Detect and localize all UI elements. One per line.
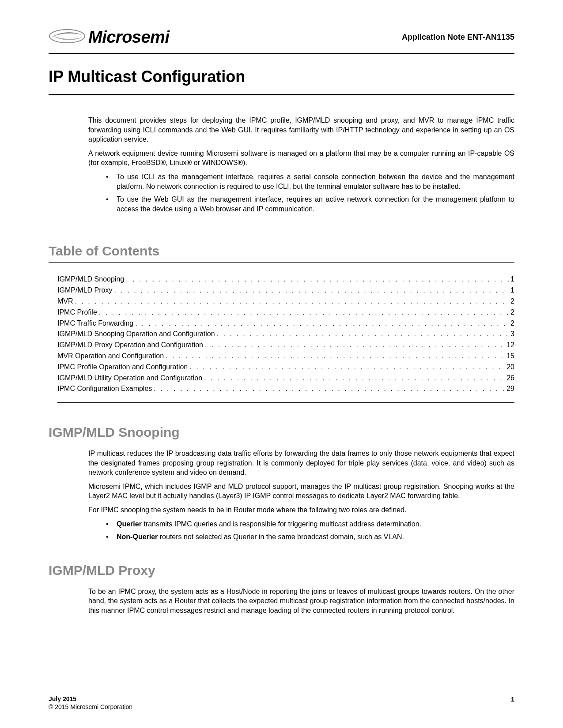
toc-dots [75, 296, 509, 307]
toc-row: MVR 2 [57, 296, 514, 307]
toc-item-page: 2 [510, 318, 514, 329]
snooping-section: IP multicast reduces the IP broadcasting… [88, 449, 514, 545]
nonquerier-desc: routers not selected as Querier in the s… [158, 533, 404, 540]
footer-date: July 2015 [49, 695, 132, 702]
proxy-section: To be an IPMC proxy, the system acts as … [88, 587, 514, 620]
toc-row: IPMC Traffic Forwarding 2 [57, 318, 514, 329]
toc-item-page: 1 [510, 285, 514, 296]
toc-heading: Table of Contents [49, 244, 514, 263]
snooping-paragraph: Microsemi IPMC, which includes IGMP and … [88, 482, 514, 501]
toc-item-title: IGMP/MLD Proxy Operation and Configurati… [57, 340, 203, 351]
toc-list: IGMP/MLD Snooping 1IGMP/MLD Proxy 1MVR 2… [57, 274, 514, 403]
intro-paragraph: This document provides steps for deployi… [88, 116, 514, 144]
intro-bullet: To use ICLI as the management interface,… [106, 172, 514, 191]
intro-section: This document provides steps for deployi… [88, 116, 514, 217]
footer-page-number: 1 [511, 695, 514, 703]
toc-item-page: 2 [510, 296, 514, 307]
toc-item-page: 20 [506, 362, 514, 373]
toc-dots [99, 307, 509, 318]
page-header: Microsemi Application Note ENT-AN1135 [49, 26, 514, 54]
querier-term: Querier [117, 520, 142, 528]
toc-row: IPMC Configuration Examples 29 [57, 383, 514, 394]
toc-item-page: 2 [510, 307, 514, 318]
toc-dots [154, 383, 505, 394]
section-heading-snooping: IGMP/MLD Snooping [49, 425, 514, 440]
document-page: Microsemi Application Note ENT-AN1135 IP… [0, 0, 563, 728]
toc-row: IGMP/MLD Proxy Operation and Configurati… [57, 340, 514, 351]
toc-row: IPMC Profile 2 [57, 307, 514, 318]
toc-item-title: MVR [57, 296, 73, 307]
toc-row: IPMC Profile Operation and Configuration… [57, 362, 514, 373]
toc-item-page: 3 [510, 329, 514, 340]
toc-dots [204, 373, 505, 384]
intro-bullets: To use ICLI as the management interface,… [106, 172, 514, 214]
toc-item-title: MVR Operation and Configuration [57, 351, 164, 362]
toc-row: MVR Operation and Configuration 15 [57, 351, 514, 362]
svg-point-0 [49, 30, 85, 43]
toc-item-title: IGMP/MLD Utility Operation and Configura… [57, 373, 202, 384]
nonquerier-term: Non-Querier [117, 533, 158, 540]
toc-row: IGMP/MLD Snooping 1 [57, 274, 514, 285]
toc-item-page: 26 [506, 373, 514, 384]
snooping-bullet: Querier transmits IPMC queries and is re… [106, 519, 514, 529]
brand-name: Microsemi [88, 28, 169, 47]
application-note-label: Application Note ENT-AN1135 [402, 33, 514, 42]
intro-paragraph: A network equipment device running Micro… [88, 149, 514, 168]
toc-item-title: IPMC Profile Operation and Configuration [57, 362, 188, 373]
proxy-paragraph: To be an IPMC proxy, the system acts as … [88, 587, 514, 615]
toc-dots [114, 285, 509, 296]
section-heading-proxy: IGMP/MLD Proxy [49, 563, 514, 578]
intro-bullet: To use the Web GUI as the management int… [106, 195, 514, 214]
footer-copyright: © 2015 Microsemi Corporation [49, 703, 132, 710]
toc-dots [126, 274, 509, 285]
toc-item-title: IPMC Configuration Examples [57, 383, 152, 394]
toc-row: IGMP/MLD Utility Operation and Configura… [57, 373, 514, 384]
toc-item-page: 15 [506, 351, 514, 362]
toc-item-title: IGMP/MLD Snooping [57, 274, 124, 285]
brand-logo: Microsemi [49, 26, 169, 48]
page-footer: July 2015 © 2015 Microsemi Corporation 1 [49, 689, 514, 710]
toc-item-page: 12 [506, 340, 514, 351]
toc-item-title: IGMP/MLD Proxy [57, 285, 112, 296]
toc-row: IGMP/MLD Snooping Operation and Configur… [57, 329, 514, 340]
toc-dots [217, 329, 509, 340]
toc-row: IGMP/MLD Proxy 1 [57, 285, 514, 296]
toc-dots [166, 351, 505, 362]
toc-dots [189, 362, 505, 373]
toc-item-page: 29 [506, 383, 514, 394]
toc-item-title: IPMC Profile [57, 307, 97, 318]
toc-dots [135, 318, 509, 329]
querier-desc: transmits IPMC queries and is responsibl… [142, 520, 421, 528]
microsemi-swoosh-icon [49, 26, 86, 48]
document-title: IP Multicast Configuration [49, 68, 514, 95]
toc-item-title: IGMP/MLD Snooping Operation and Configur… [57, 329, 215, 340]
toc-dots [205, 340, 505, 351]
toc-item-page: 1 [510, 274, 514, 285]
footer-left: July 2015 © 2015 Microsemi Corporation [49, 695, 132, 710]
snooping-bullet: Non-Querier routers not selected as Quer… [106, 532, 514, 542]
snooping-paragraph: IP multicast reduces the IP broadcasting… [88, 449, 514, 477]
snooping-bullets: Querier transmits IPMC queries and is re… [106, 519, 514, 542]
toc-item-title: IPMC Traffic Forwarding [57, 318, 133, 329]
snooping-paragraph: For IPMC snooping the system needs to be… [88, 505, 514, 515]
